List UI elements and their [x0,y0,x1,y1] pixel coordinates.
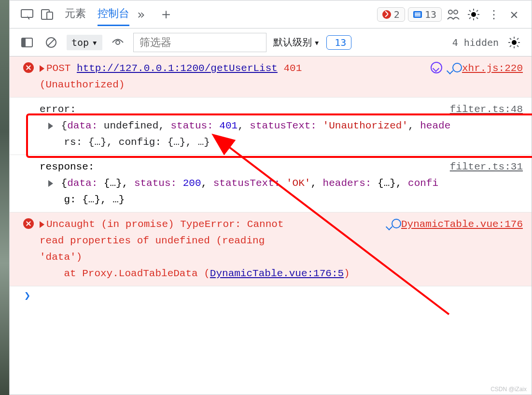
source-link[interactable]: DynamicTable.vue:176 [401,216,523,233]
log-level-label: 默认级别 [273,36,312,49]
status-text: (Unauthorized) [40,79,125,90]
svg-rect-7 [22,38,26,47]
svg-rect-2 [47,12,53,19]
source-link[interactable]: xhr.js:220 [462,60,523,77]
log-level-selector[interactable]: 默认级别 ▾ [273,36,320,49]
svg-point-11 [512,40,517,45]
svg-point-10 [116,41,120,44]
console-network-error[interactable]: xhr.js:220 POST http://127.0.0.1:1200/ge… [10,56,532,98]
error-msg-line1: Uncaught (in promise) TypeError: Cannot [46,219,283,230]
devtools-top-toolbar: 元素 控制台 » ＋ 2 13 ⋮ ✕ [10,0,532,28]
source-link[interactable]: filter.ts:31 [450,159,523,175]
tab-console[interactable]: 控制台 [98,2,129,26]
add-tab-icon[interactable]: ＋ [157,6,175,23]
filter-input[interactable] [133,33,266,52]
device-toolbar-icon[interactable] [39,6,56,23]
expand-arrow-icon[interactable] [40,221,44,228]
error-msg-line2: read properties of undefined (reading [40,235,265,246]
error-badge-icon [23,62,34,73]
watermark: CSDN @iZaix [490,386,527,393]
console-log-error-object[interactable]: filter.ts:48 error: {data: undefined, st… [10,98,532,155]
svg-line-9 [48,39,55,46]
console-settings-gear-icon[interactable] [505,34,523,51]
log-label: response: [40,161,94,172]
svg-point-5 [471,12,476,17]
issues-box[interactable]: 13 [326,35,351,50]
console-output: xhr.js:220 POST http://127.0.0.1:1200/ge… [10,56,532,305]
console-log-response-object[interactable]: filter.ts:31 response: {data: {…}, statu… [10,155,532,212]
error-icon [382,10,391,19]
svg-point-4 [454,10,458,14]
clear-console-icon[interactable] [42,34,60,51]
log-label: error: [40,104,76,115]
chevron-down-icon: ▾ [314,37,320,48]
expand-arrow-icon[interactable] [48,123,53,129]
context-selector[interactable]: top ▾ [67,35,102,50]
expand-arrow-icon[interactable] [40,65,44,72]
status-code: 401 [284,63,302,74]
context-value: top [71,37,89,48]
xhr-retry-icon[interactable] [431,62,442,73]
console-uncaught-error[interactable]: DynamicTable.vue:176 Uncaught (in promis… [10,212,532,286]
expand-arrow-icon[interactable] [48,180,53,187]
kebab-menu-icon[interactable]: ⋮ [485,6,503,23]
console-input-prompt[interactable]: ❯ [10,286,532,305]
source-link[interactable]: filter.ts:48 [450,101,523,118]
search-issue-icon[interactable] [452,63,462,72]
stack-post: ) [344,268,350,279]
inspect-element-icon[interactable] [18,6,36,23]
console-settings-people-icon[interactable] [445,6,462,23]
stack-link[interactable]: DynamicTable.vue:176:5 [210,268,344,279]
settings-gear-icon[interactable] [465,6,482,23]
console-filter-bar: top ▾ 默认级别 ▾ 13 4 hidden [10,28,532,56]
chevron-down-icon: ▾ [92,37,98,48]
svg-point-3 [448,10,452,14]
stack-pre: at Proxy.LoadTableData ( [40,268,210,279]
issue-count-badge[interactable]: 13 [408,7,442,22]
live-expression-icon[interactable] [109,34,126,51]
error-badge-icon [23,218,34,229]
search-issue-icon[interactable] [392,219,401,228]
issues-count-2: 13 [335,37,346,48]
error-count-badge[interactable]: 2 [377,7,405,22]
issue-count: 13 [425,9,436,20]
error-msg-line3: 'data') [40,252,82,263]
sidebar-toggle-icon[interactable] [18,34,36,51]
tab-elements[interactable]: 元素 [65,2,86,26]
close-devtools-icon[interactable]: ✕ [505,6,523,23]
error-count: 2 [394,9,400,20]
hidden-label: 4 hidden [452,37,499,48]
svg-rect-0 [21,10,33,17]
request-url-link[interactable]: http://127.0.0.1:1200/getUserList [77,63,278,74]
issue-icon [413,11,422,18]
http-method: POST [46,63,70,74]
more-tabs-chevron-icon[interactable]: » [132,6,150,23]
